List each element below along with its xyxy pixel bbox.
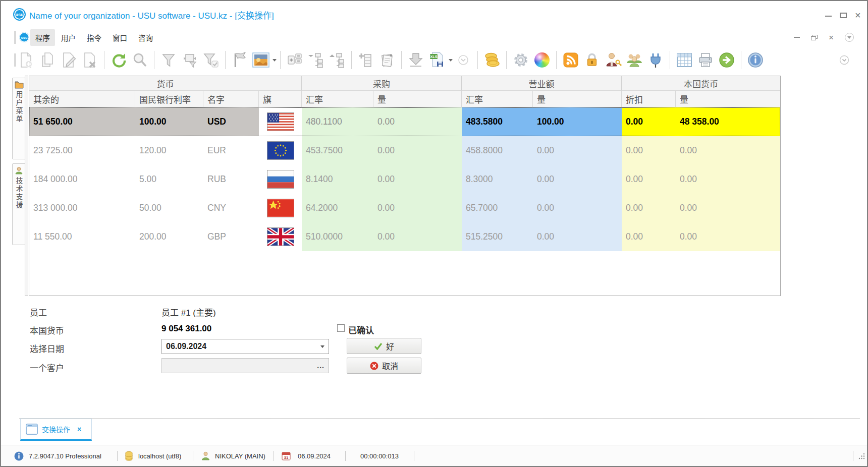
go-next-icon[interactable] xyxy=(716,49,737,71)
table-grid-icon[interactable] xyxy=(674,49,695,71)
report-documents-icon[interactable] xyxy=(376,49,398,71)
resize-grip[interactable] xyxy=(858,445,865,466)
cancel-button[interactable]: 取消 xyxy=(347,358,421,374)
document-tab-exchange[interactable]: 交换操作 × xyxy=(20,419,92,441)
download-icon[interactable] xyxy=(405,49,426,71)
toolbar-overflow-icon[interactable] xyxy=(834,49,855,71)
svg-text:XLS: XLS xyxy=(430,54,438,59)
menu-item-program[interactable]: 程序 xyxy=(30,29,55,46)
status-user: NIKOLAY (MAIN) xyxy=(215,445,265,466)
tab-close-icon[interactable]: × xyxy=(77,425,81,433)
filter-apply-icon[interactable] xyxy=(200,49,222,71)
table-row[interactable]: 23 725.00120.00EUR453.75000.00458.80000.… xyxy=(29,136,780,165)
export-xls-icon[interactable]: XLS xyxy=(426,49,448,71)
client-input[interactable]: ... xyxy=(161,358,329,373)
menu-item-window[interactable]: 窗口 xyxy=(107,29,132,46)
table-row[interactable]: 184 000.005.00RUB8.14000.008.30000.000.0… xyxy=(29,165,780,194)
mdi-close-button[interactable]: × xyxy=(829,33,834,42)
col-nbk-rate[interactable]: 国民银行利率 xyxy=(135,91,203,107)
date-dropdown-icon[interactable] xyxy=(320,345,324,348)
close-button[interactable]: × xyxy=(855,10,861,20)
table-cell: 0.00 xyxy=(533,136,622,165)
delete-document-icon[interactable] xyxy=(79,49,100,71)
sidebar-tab-user-menu[interactable]: 用户菜单 xyxy=(12,78,26,159)
table-row[interactable]: 51 650.00100.00USD480.11000.00483.580010… xyxy=(29,107,780,136)
date-input[interactable]: 06.09.2024 xyxy=(161,339,329,354)
table-cell: 64.2000 xyxy=(302,194,373,222)
flag-ru-icon xyxy=(259,165,302,194)
table-cell: 510.0000 xyxy=(302,222,373,251)
settings-gear-icon[interactable] xyxy=(510,49,531,71)
group-home-currency[interactable]: 本国货币 xyxy=(622,76,780,91)
plugin-icon[interactable] xyxy=(645,49,666,71)
table-cell: 458.8000 xyxy=(462,136,533,165)
add-column-icon[interactable] xyxy=(355,49,376,71)
print-icon[interactable] xyxy=(695,49,716,71)
row-expand-icon[interactable] xyxy=(284,49,305,71)
export-dropdown-icon[interactable] xyxy=(449,59,453,62)
copy-document-icon[interactable] xyxy=(37,49,58,71)
table-cell: 0.00 xyxy=(373,194,462,222)
info-icon[interactable] xyxy=(745,49,766,71)
group-currency[interactable]: 货币 xyxy=(29,76,302,91)
edit-document-icon[interactable] xyxy=(58,49,79,71)
menu-item-help[interactable]: 咨询 xyxy=(133,29,158,46)
mdi-menu-chevron-icon[interactable] xyxy=(845,33,854,42)
user-key-icon[interactable] xyxy=(603,49,624,71)
color-palette-icon[interactable] xyxy=(531,49,553,71)
col-flag[interactable]: 旗 xyxy=(259,91,302,107)
mdi-restore-button[interactable] xyxy=(811,35,818,40)
date-value: 06.09.2024 xyxy=(166,342,206,351)
lock-icon[interactable] xyxy=(581,49,603,71)
col-rest[interactable]: 其余的 xyxy=(29,91,135,107)
col-amount[interactable]: 量 xyxy=(676,91,780,107)
coins-icon[interactable] xyxy=(481,49,503,71)
table-cell: 184 000.00 xyxy=(29,165,135,194)
col-buy-qty[interactable]: 量 xyxy=(373,91,462,107)
new-document-icon[interactable] xyxy=(16,49,37,71)
col-discount[interactable]: 折扣 xyxy=(622,91,676,107)
menu-item-user[interactable]: 用户 xyxy=(56,29,81,46)
tree-collapse-icon[interactable] xyxy=(327,49,348,71)
refresh-icon[interactable] xyxy=(108,49,129,71)
table-cell: 11 550.00 xyxy=(29,222,135,251)
maximize-button[interactable] xyxy=(840,13,847,18)
filter-settings-icon[interactable] xyxy=(179,49,200,71)
sidebar-tab-tech-support[interactable]: 技术支援 xyxy=(12,163,26,245)
table-row[interactable]: 313 000.0050.00CNY64.20000.0065.70000.00… xyxy=(29,194,780,222)
mdi-minimize-button[interactable] xyxy=(794,37,800,38)
table-cell: GBP xyxy=(203,222,259,251)
table-cell: 100.00 xyxy=(533,107,622,136)
confirmed-checkbox[interactable] xyxy=(337,324,345,332)
flag-eu-icon xyxy=(259,136,302,165)
search-icon[interactable] xyxy=(129,49,150,71)
table-cell: 100.00 xyxy=(135,107,203,136)
rss-feed-icon[interactable] xyxy=(560,49,581,71)
table-group-header: 货币 采购 营业额 本国货币 xyxy=(29,76,780,91)
group-purchase[interactable]: 采购 xyxy=(302,76,462,91)
table-cell: 8.1400 xyxy=(302,165,373,194)
table-cell: 0.00 xyxy=(622,107,676,136)
more-disabled-icon[interactable] xyxy=(453,49,474,71)
table-cell: 515.2500 xyxy=(462,222,533,251)
minimize-button[interactable] xyxy=(825,16,832,17)
col-sell-qty[interactable]: 量 xyxy=(533,91,622,107)
menu-item-commands[interactable]: 指令 xyxy=(82,29,106,46)
image-view-dropdown-icon[interactable] xyxy=(273,59,277,62)
client-browse-button[interactable]: ... xyxy=(317,362,324,370)
table-row[interactable]: 11 550.00200.00GBP510.00000.00515.25000.… xyxy=(29,222,780,251)
table-cell: 0.00 xyxy=(533,194,622,222)
tree-expand-icon[interactable] xyxy=(305,49,327,71)
image-view-icon[interactable] xyxy=(250,49,272,71)
ok-button[interactable]: 好 xyxy=(347,338,421,354)
filter-icon[interactable] xyxy=(158,49,179,71)
user-group-icon[interactable] xyxy=(624,49,645,71)
col-sell-rate[interactable]: 汇率 xyxy=(462,91,533,107)
menu-grip[interactable] xyxy=(14,31,16,44)
col-name[interactable]: 名字 xyxy=(203,91,259,107)
col-buy-rate[interactable]: 汇率 xyxy=(302,91,373,107)
group-turnover[interactable]: 营业额 xyxy=(462,76,622,91)
flag-marker-icon[interactable] xyxy=(229,49,250,71)
table-cell: 0.00 xyxy=(622,194,676,222)
date-label: 选择日期 xyxy=(30,342,64,355)
